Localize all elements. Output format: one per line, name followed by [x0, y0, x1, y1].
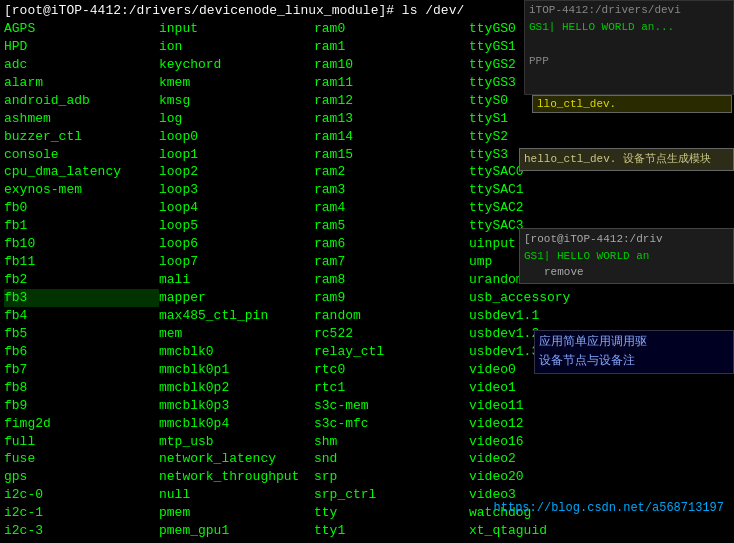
cell-r19-c2: rtc0: [314, 361, 469, 379]
cell-r27-c2: tty: [314, 504, 469, 522]
app-overlay: 应用简单应用调用驱 设备节点与设备注: [534, 330, 734, 374]
cell-r6-c3: ttyS2: [469, 128, 624, 146]
cell-r6-c2: ram14: [314, 128, 469, 146]
cell-r2-c1: keychord: [159, 56, 314, 74]
cell-r4-c2: ram12: [314, 92, 469, 110]
cell-r21-c1: mmcblk0p3: [159, 397, 314, 415]
cell-r12-c2: ram6: [314, 235, 469, 253]
cell-r23-c1: mtp_usb: [159, 433, 314, 451]
ttyS1-overlay: llo_ctl_dev.: [532, 95, 732, 113]
table-row: exynos-memloop3ram3ttySAC1: [4, 181, 730, 199]
cell-r10-c1: loop4: [159, 199, 314, 217]
terminal-overlay: [root@iTOP-4412:/driv GS1| HELLO WORLD a…: [519, 228, 734, 284]
cell-r25-c3: video20: [469, 468, 624, 486]
cell-r22-c3: video12: [469, 415, 624, 433]
ttySAC-highlight: hello_ctl_dev. 设备节点生成模块: [519, 148, 734, 171]
cell-r6-c0: buzzer_ctl: [4, 128, 159, 146]
cell-r16-c2: random: [314, 307, 469, 325]
cell-r9-c3: ttySAC1: [469, 181, 624, 199]
app-text-line2: 设备节点与设备注: [539, 352, 729, 371]
cell-r1-c2: ram1: [314, 38, 469, 56]
cell-r2-c2: ram10: [314, 56, 469, 74]
cell-r25-c1: network_throughput: [159, 468, 314, 486]
overlay-line1: iTOP-4412:/drivers/devi: [529, 3, 729, 18]
cell-r24-c0: fuse: [4, 450, 159, 468]
cell-r22-c0: fimg2d: [4, 415, 159, 433]
cell-r21-c0: fb9: [4, 397, 159, 415]
cell-r20-c1: mmcblk0p2: [159, 379, 314, 397]
cell-r11-c1: loop5: [159, 217, 314, 235]
cell-r7-c0: console: [4, 146, 159, 164]
cell-r13-c2: ram7: [314, 253, 469, 271]
cell-r15-c2: ram9: [314, 289, 469, 307]
table-row: fb8mmcblk0p2rtc1video1: [4, 379, 730, 397]
cell-r12-c1: loop6: [159, 235, 314, 253]
cell-r15-c1: mapper: [159, 289, 314, 307]
cell-r15-c0: fb3: [4, 289, 159, 307]
cell-r10-c3: ttySAC2: [469, 199, 624, 217]
cell-r25-c2: srp: [314, 468, 469, 486]
cell-r20-c3: video1: [469, 379, 624, 397]
overlay-line3: PPP: [529, 54, 729, 69]
table-row: fb4max485_ctl_pinrandomusbdev1.1: [4, 307, 730, 325]
table-row: gpsnetwork_throughputsrpvideo20: [4, 468, 730, 486]
cell-r23-c2: shm: [314, 433, 469, 451]
cell-r10-c0: fb0: [4, 199, 159, 217]
cell-r19-c1: mmcblk0p1: [159, 361, 314, 379]
cell-r5-c2: ram13: [314, 110, 469, 128]
ttySAC-text: hello_ctl_dev. 设备节点生成模块: [524, 153, 711, 165]
overlay-top-right: iTOP-4412:/drivers/devi GS1| HELLO WORLD…: [524, 0, 734, 95]
cell-r8-c0: cpu_dma_latency: [4, 163, 159, 181]
cell-r26-c1: null: [159, 486, 314, 504]
cell-r8-c2: ram2: [314, 163, 469, 181]
overlay-line2: GS1| HELLO WORLD an...: [529, 20, 729, 35]
cell-r1-c0: HPD: [4, 38, 159, 56]
cell-r6-c1: loop0: [159, 128, 314, 146]
cell-r24-c3: video2: [469, 450, 624, 468]
cell-r5-c0: ashmem: [4, 110, 159, 128]
cell-r3-c0: alarm: [4, 74, 159, 92]
cell-r22-c2: s3c-mfc: [314, 415, 469, 433]
cell-r26-c2: srp_ctrl: [314, 486, 469, 504]
cell-r3-c1: kmem: [159, 74, 314, 92]
cell-r16-c3: usbdev1.1: [469, 307, 624, 325]
table-row: i2c-3pmem_gpu1tty1xt_qtaguid: [4, 522, 730, 540]
cell-r17-c2: rc522: [314, 325, 469, 343]
cell-r23-c3: video16: [469, 433, 624, 451]
table-row: fb3mapperram9usb_accessory: [4, 289, 730, 307]
table-row: fb0loop4ram4ttySAC2: [4, 199, 730, 217]
cell-r2-c0: adc: [4, 56, 159, 74]
cell-r7-c1: loop1: [159, 146, 314, 164]
table-row: fimg2dmmcblk0p4s3c-mfcvideo12: [4, 415, 730, 433]
cell-r18-c1: mmcblk0: [159, 343, 314, 361]
cell-r1-c1: ion: [159, 38, 314, 56]
cell-r9-c1: loop3: [159, 181, 314, 199]
cell-r14-c1: mali: [159, 271, 314, 289]
app-text-line1: 应用简单应用调用驱: [539, 333, 729, 352]
cell-r9-c2: ram3: [314, 181, 469, 199]
cell-r11-c2: ram5: [314, 217, 469, 235]
cell-r22-c1: mmcblk0p4: [159, 415, 314, 433]
cell-r27-c0: i2c-1: [4, 504, 159, 522]
cell-r5-c1: log: [159, 110, 314, 128]
cell-r19-c0: fb7: [4, 361, 159, 379]
cell-r18-c2: relay_ctl: [314, 343, 469, 361]
blog-link: https://blog.csdn.net/a568713197: [494, 501, 724, 515]
cell-r11-c0: fb1: [4, 217, 159, 235]
ttyS1-text: llo_ctl_dev.: [537, 98, 616, 110]
cell-r21-c2: s3c-mem: [314, 397, 469, 415]
terminal-overlay-line3: remove: [524, 264, 729, 281]
cell-r16-c1: max485_ctl_pin: [159, 307, 314, 325]
table-row: fusenetwork_latencysndvideo2: [4, 450, 730, 468]
terminal-overlay-line1: [root@iTOP-4412:/driv: [524, 231, 729, 248]
cell-r4-c0: android_adb: [4, 92, 159, 110]
cell-r0-c0: AGPS: [4, 20, 159, 38]
cell-r0-c2: ram0: [314, 20, 469, 38]
cell-r0-c1: input: [159, 20, 314, 38]
cell-r23-c0: full: [4, 433, 159, 451]
cell-r24-c1: network_latency: [159, 450, 314, 468]
cell-r28-c3: xt_qtaguid: [469, 522, 624, 540]
cell-r8-c1: loop2: [159, 163, 314, 181]
cell-r3-c2: ram11: [314, 74, 469, 92]
cell-r10-c2: ram4: [314, 199, 469, 217]
